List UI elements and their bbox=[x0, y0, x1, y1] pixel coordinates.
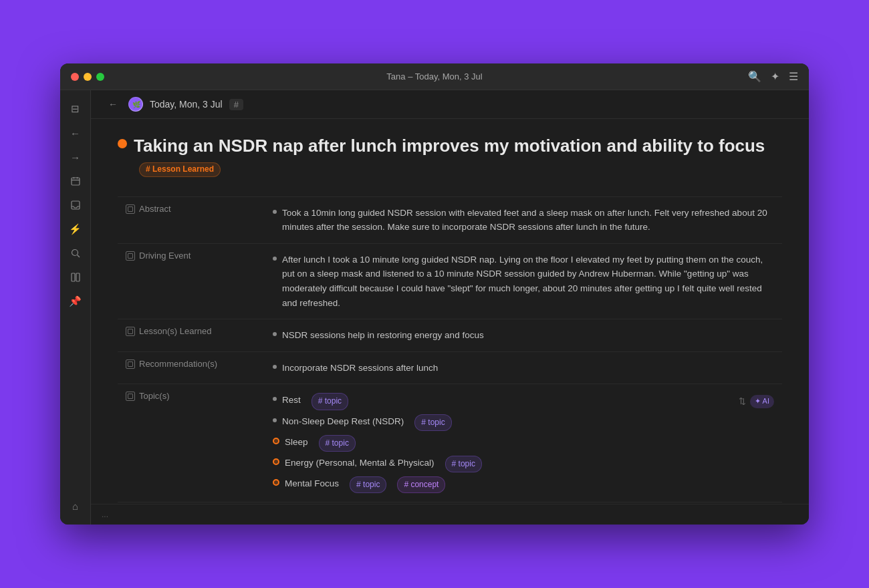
driving-event-value: After lunch I took a 10 minute long guid… bbox=[265, 244, 782, 319]
ai-icon: ✦ bbox=[755, 396, 761, 408]
topic-item-energy: Energy (Personal, Mental & Physical) # t… bbox=[273, 454, 774, 474]
node-title: Taking an NSDR nap after lunch improves … bbox=[134, 135, 782, 180]
pin-icon[interactable]: 📌 bbox=[65, 291, 86, 312]
topic-tag-mental-focus-concept[interactable]: # concept bbox=[397, 476, 445, 493]
lessons-learned-value: NSDR sessions help in restoring energy a… bbox=[265, 319, 782, 351]
star-icon[interactable]: ✦ bbox=[771, 70, 779, 83]
topics-first-row: Rest # topic ⇅ ✦ AI bbox=[273, 391, 774, 412]
driving-event-row: Driving Event After lunch I took a 10 mi… bbox=[118, 243, 782, 319]
abstract-value: Took a 10min long guided NSDR session wi… bbox=[265, 197, 782, 243]
recommendations-row: Recommendation(s) Incorporate NSDR sessi… bbox=[118, 351, 782, 384]
lightning-icon[interactable]: ⚡ bbox=[65, 218, 86, 240]
abstract-row: Abstract Took a 10min long guided NSDR s… bbox=[118, 196, 782, 243]
search-icon[interactable]: 🔍 bbox=[748, 70, 761, 83]
topic-tag-rest[interactable]: # topic bbox=[312, 393, 348, 410]
svg-point-5 bbox=[72, 250, 78, 256]
driving-event-bullet-item: After lunch I took a 10 minute long guid… bbox=[273, 251, 774, 312]
driving-event-bullet bbox=[273, 257, 277, 261]
sidebar-toggle-icon[interactable]: ⊟ bbox=[65, 98, 86, 120]
topics-icon bbox=[126, 392, 135, 401]
svg-rect-0 bbox=[72, 178, 80, 185]
topic-bullet-nsdr bbox=[273, 418, 277, 422]
topic-bullet-rest bbox=[273, 397, 277, 401]
topic-tag-sleep[interactable]: # topic bbox=[319, 435, 356, 452]
topic-text-nsdr: Non-Sleep Deep Rest (NSDR) bbox=[282, 414, 404, 429]
titlebar-actions: 🔍 ✦ ☰ bbox=[748, 70, 798, 83]
sort-icon[interactable]: ⇅ bbox=[739, 395, 746, 409]
lessons-learned-text-0: NSDR sessions help in restoring energy a… bbox=[282, 328, 484, 343]
recommendations-label-col: Recommendation(s) bbox=[118, 352, 265, 384]
topics-label-col: Topic(s) bbox=[118, 384, 265, 502]
inbox-icon[interactable] bbox=[65, 194, 86, 216]
sidebar: ⊟ ← → ⚡ bbox=[60, 90, 91, 525]
topic-item-nsdr: Non-Sleep Deep Rest (NSDR) # topic bbox=[273, 412, 774, 433]
node-content: Taking an NSDR nap after lunch improves … bbox=[91, 119, 809, 504]
breadcrumb-hash[interactable]: # bbox=[229, 99, 243, 110]
bottom-bar: ... bbox=[91, 504, 809, 525]
breadcrumb-bar: ← 🌿 Today, Mon, 3 Jul # bbox=[91, 90, 809, 119]
abstract-bullet bbox=[273, 210, 277, 214]
abstract-field-icon bbox=[126, 204, 135, 214]
window-title: Tana – Today, Mon, 3 Jul bbox=[386, 71, 482, 82]
topic-text-sleep: Sleep bbox=[285, 435, 308, 450]
topics-row: Topic(s) Rest # topic bbox=[118, 384, 782, 502]
driving-event-text: After lunch I took a 10 minute long guid… bbox=[282, 253, 774, 310]
lessons-learned-icon bbox=[126, 327, 135, 336]
calendar-icon[interactable] bbox=[65, 170, 86, 192]
content-area: ← 🌿 Today, Mon, 3 Jul # Taking an NSDR n… bbox=[91, 90, 809, 525]
ai-badge[interactable]: ✦ AI bbox=[750, 395, 774, 408]
back-button[interactable]: ← bbox=[104, 98, 122, 111]
driving-event-label: Driving Event bbox=[139, 251, 191, 261]
minimize-button[interactable] bbox=[84, 73, 92, 81]
svg-rect-8 bbox=[76, 273, 80, 281]
lessons-learned-label-col: Lesson(s) Learned bbox=[118, 319, 265, 351]
topic-bullet-mental-focus bbox=[273, 479, 279, 486]
recommendations-label: Recommendation(s) bbox=[139, 359, 217, 369]
topic-bullet-energy bbox=[273, 458, 279, 465]
svg-line-6 bbox=[77, 255, 80, 258]
topic-tag-energy[interactable]: # topic bbox=[445, 456, 482, 472]
library-icon[interactable] bbox=[65, 267, 86, 288]
topic-text-rest: Rest bbox=[282, 393, 301, 408]
recommendations-icon bbox=[126, 359, 135, 369]
titlebar: Tana – Today, Mon, 3 Jul 🔍 ✦ ☰ bbox=[60, 63, 809, 90]
menu-icon[interactable]: ☰ bbox=[789, 70, 798, 83]
close-button[interactable] bbox=[71, 73, 79, 81]
topic-tag-nsdr[interactable]: # topic bbox=[414, 414, 451, 431]
recommendations-bullet-0 bbox=[273, 365, 277, 369]
forward-icon[interactable]: → bbox=[65, 146, 86, 168]
node-title-row: Taking an NSDR nap after lunch improves … bbox=[118, 135, 782, 180]
lessons-learned-label: Lesson(s) Learned bbox=[139, 326, 211, 336]
topic-item-sleep: Sleep # topic bbox=[273, 433, 774, 454]
lesson-learned-tag[interactable]: # Lesson Learned bbox=[139, 162, 221, 177]
topics-label: Topic(s) bbox=[139, 391, 170, 401]
main-layout: ⊟ ← → ⚡ bbox=[60, 90, 809, 525]
driving-event-label-col: Driving Event bbox=[118, 244, 265, 319]
lessons-bullet-0 bbox=[273, 332, 277, 336]
avatar: 🌿 bbox=[128, 97, 143, 112]
lessons-learned-item-0: NSDR sessions help in restoring energy a… bbox=[273, 326, 774, 345]
topic-item-mental-focus: Mental Focus # topic # concept bbox=[273, 474, 774, 495]
back-icon[interactable]: ← bbox=[65, 122, 86, 144]
breadcrumb-date: Today, Mon, 3 Jul bbox=[150, 99, 223, 110]
topic-row-actions: ⇅ ✦ AI bbox=[739, 395, 774, 409]
app-window: Tana – Today, Mon, 3 Jul 🔍 ✦ ☰ ⊟ ← → bbox=[60, 63, 809, 525]
svg-text:🌿: 🌿 bbox=[132, 100, 141, 109]
topic-text-mental-focus: Mental Focus bbox=[285, 476, 339, 491]
abstract-label: Abstract bbox=[139, 204, 171, 214]
maximize-button[interactable] bbox=[96, 73, 104, 81]
bottom-ellipsis: ... bbox=[102, 510, 108, 519]
home-icon[interactable]: ⌂ bbox=[65, 495, 86, 517]
topics-value: Rest # topic ⇅ ✦ AI bbox=[265, 384, 782, 502]
window-controls bbox=[71, 73, 104, 81]
recommendations-text-0: Incorporate NSDR sessions after lunch bbox=[282, 361, 438, 376]
topic-tag-mental-focus-topic[interactable]: # topic bbox=[350, 476, 386, 493]
topic-text-energy: Energy (Personal, Mental & Physical) bbox=[285, 456, 434, 470]
search-sidebar-icon[interactable] bbox=[65, 243, 86, 264]
recommendations-value: Incorporate NSDR sessions after lunch bbox=[265, 352, 782, 384]
title-bullet[interactable] bbox=[118, 139, 127, 148]
fields-table: Abstract Took a 10min long guided NSDR s… bbox=[118, 196, 782, 503]
driving-event-icon bbox=[126, 251, 135, 261]
ai-label: AI bbox=[763, 396, 769, 408]
lessons-learned-row: Lesson(s) Learned NSDR sessions help in … bbox=[118, 319, 782, 351]
